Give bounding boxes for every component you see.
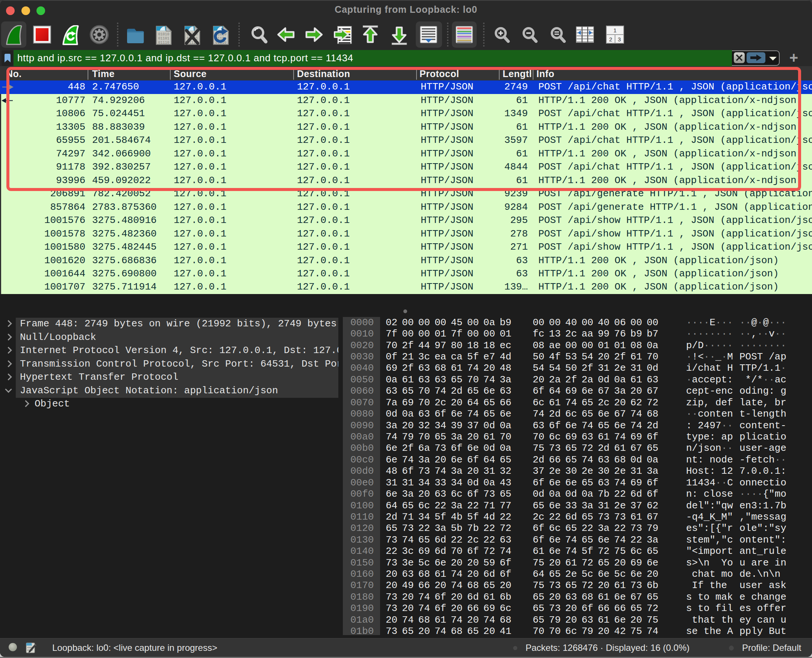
- svg-text:1: 1: [613, 27, 616, 33]
- svg-text:3: 3: [618, 36, 621, 42]
- svg-text:2: 2: [609, 36, 612, 42]
- svg-text:01110: 01110: [158, 41, 169, 45]
- svg-text:01010: 01010: [158, 32, 169, 36]
- svg-text:01101: 01101: [158, 36, 169, 41]
